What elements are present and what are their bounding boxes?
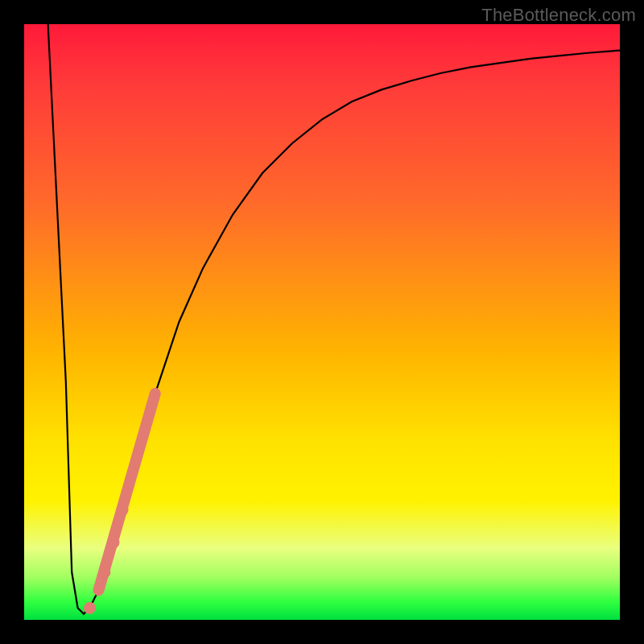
chart-frame: TheBottleneck.com (0, 0, 644, 644)
bottleneck-curve (48, 24, 620, 614)
watermark-text: TheBottleneck.com (481, 5, 636, 26)
chart-svg (24, 24, 620, 620)
highlight-dot (84, 602, 96, 614)
plot-area (24, 24, 620, 620)
highlight-dot (98, 566, 110, 578)
highlight-dot (108, 536, 120, 548)
highlight-dot (117, 504, 129, 516)
highlight-segment (99, 394, 155, 590)
